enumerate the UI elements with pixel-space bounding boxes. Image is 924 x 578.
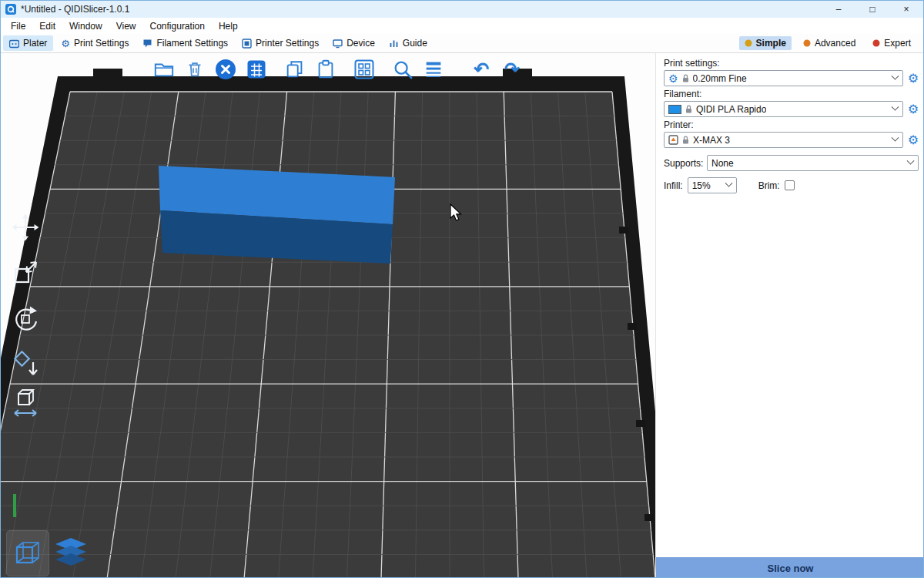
measure-icon xyxy=(10,388,41,418)
chevron-down-icon xyxy=(907,157,915,165)
simple-mode-dot xyxy=(745,39,752,47)
tab-bar: Plater ⚙ Print Settings Filament Setting… xyxy=(1,34,923,53)
move-icon xyxy=(10,212,41,243)
mode-advanced[interactable]: Advanced xyxy=(798,36,861,50)
minimize-button[interactable]: – xyxy=(822,1,855,18)
tab-label: Plater xyxy=(23,38,47,49)
plate-clip xyxy=(619,227,628,234)
editor-view-button[interactable] xyxy=(7,531,49,576)
place-on-face-tool-button[interactable] xyxy=(8,348,42,382)
guide-icon xyxy=(389,39,399,49)
maximize-button[interactable]: □ xyxy=(855,1,889,18)
menu-bar: File Edit Window View Configuration Help xyxy=(1,18,923,34)
close-button[interactable]: × xyxy=(889,1,923,18)
printer-combo[interactable]: X-MAX 3 xyxy=(664,132,903,148)
qidislicer-window: *Untitled - QIDISlicer-1.0.1 – □ × File … xyxy=(0,0,924,578)
undo-icon: ↶ xyxy=(474,60,489,79)
mode-simple[interactable]: Simple xyxy=(739,36,792,50)
filament-gear-button[interactable]: ⚙ xyxy=(908,103,919,116)
model-box[interactable] xyxy=(159,166,395,264)
filament-combo[interactable]: QIDI PLA Rapido xyxy=(664,101,903,117)
delete-all-button[interactable] xyxy=(213,57,238,82)
split-objects-button[interactable] xyxy=(352,57,377,82)
tab-guide[interactable]: Guide xyxy=(383,35,434,51)
filament-color-swatch xyxy=(668,105,681,114)
plate-clip xyxy=(644,514,654,521)
printer-value: X-MAX 3 xyxy=(693,135,730,146)
infill-combo[interactable]: 15% xyxy=(688,177,737,193)
filament-settings-icon xyxy=(142,39,152,49)
tab-print-settings[interactable]: ⚙ Print Settings xyxy=(55,35,135,51)
filament-label: Filament: xyxy=(664,89,919,99)
infill-value: 15% xyxy=(692,180,711,191)
app-logo-icon xyxy=(5,4,16,15)
slice-now-button[interactable]: Slice now xyxy=(656,557,924,578)
menu-file[interactable]: File xyxy=(4,19,32,33)
settings-sidebar: Print settings: ⚙ 0.20mm Fine ⚙ Filament… xyxy=(655,53,924,578)
viewport-toolbar: ↶ ↷ xyxy=(152,55,524,83)
viewport-3d[interactable]: ↶ ↷ xyxy=(1,53,655,578)
split-objects-icon xyxy=(353,58,376,81)
printer-icon xyxy=(668,135,678,145)
layer-height-icon xyxy=(423,59,444,80)
rotate-icon xyxy=(10,304,41,334)
rotate-tool-button[interactable] xyxy=(8,302,42,336)
profile-gear-icon: ⚙ xyxy=(668,73,678,84)
chevron-down-icon xyxy=(891,72,899,80)
copy-icon xyxy=(284,59,306,80)
scale-tool-button[interactable] xyxy=(8,256,42,290)
copy-button[interactable] xyxy=(283,57,307,82)
tab-printer-settings[interactable]: Printer Settings xyxy=(236,35,325,51)
print-settings-value: 0.20mm Fine xyxy=(693,73,747,84)
arrange-icon xyxy=(245,58,268,81)
tab-device[interactable]: Device xyxy=(326,35,381,51)
mode-switcher: Simple Advanced Expert xyxy=(739,36,921,50)
mode-label: Advanced xyxy=(815,38,855,49)
plater-icon xyxy=(9,39,19,49)
redo-button[interactable]: ↷ xyxy=(500,57,524,82)
print-settings-gear-button[interactable]: ⚙ xyxy=(908,72,919,85)
printer-gear-button[interactable]: ⚙ xyxy=(908,134,919,146)
arrange-button[interactable] xyxy=(244,57,269,82)
variable-layer-height-button[interactable] xyxy=(421,57,446,82)
tab-plater[interactable]: Plater xyxy=(3,35,53,51)
mode-expert[interactable]: Expert xyxy=(867,36,916,50)
print-settings-label: Print settings: xyxy=(664,58,919,69)
3d-cube-icon xyxy=(11,536,45,570)
open-project-button[interactable] xyxy=(152,57,176,82)
search-button[interactable] xyxy=(390,57,415,82)
print-settings-combo[interactable]: ⚙ 0.20mm Fine xyxy=(664,70,903,86)
chevron-down-icon xyxy=(891,134,899,142)
advanced-mode-dot xyxy=(803,39,811,47)
menu-window[interactable]: Window xyxy=(62,19,109,33)
view-toggle-group xyxy=(5,529,93,577)
device-icon xyxy=(333,39,343,49)
undo-button[interactable]: ↶ xyxy=(469,57,494,82)
delete-all-icon xyxy=(214,58,237,81)
menu-edit[interactable]: Edit xyxy=(32,19,62,33)
brim-checkbox[interactable] xyxy=(785,180,795,190)
lock-icon xyxy=(682,136,689,144)
tab-label: Device xyxy=(346,38,375,49)
printer-label: Printer: xyxy=(664,119,919,130)
mode-label: Expert xyxy=(884,38,911,49)
preview-layers-button[interactable] xyxy=(50,531,92,576)
menu-configuration[interactable]: Configuration xyxy=(143,19,212,33)
place-on-face-icon xyxy=(10,350,41,381)
delete-button[interactable] xyxy=(182,57,207,82)
filament-value: QIDI PLA Rapido xyxy=(696,104,766,115)
move-tool-button[interactable] xyxy=(8,210,42,244)
measure-tool-button[interactable] xyxy=(8,386,42,420)
plate-clip xyxy=(628,323,637,330)
supports-combo[interactable]: None xyxy=(707,155,919,171)
paste-button[interactable] xyxy=(313,57,338,82)
infill-label: Infill: xyxy=(664,180,683,191)
supports-label: Supports: xyxy=(664,158,702,169)
tab-label: Print Settings xyxy=(74,38,129,49)
menu-view[interactable]: View xyxy=(109,19,143,33)
open-folder-icon xyxy=(153,59,175,80)
print-settings-icon: ⚙ xyxy=(61,39,70,49)
menu-help[interactable]: Help xyxy=(212,19,245,33)
tab-label: Filament Settings xyxy=(156,38,228,49)
tab-filament-settings[interactable]: Filament Settings xyxy=(136,35,234,51)
